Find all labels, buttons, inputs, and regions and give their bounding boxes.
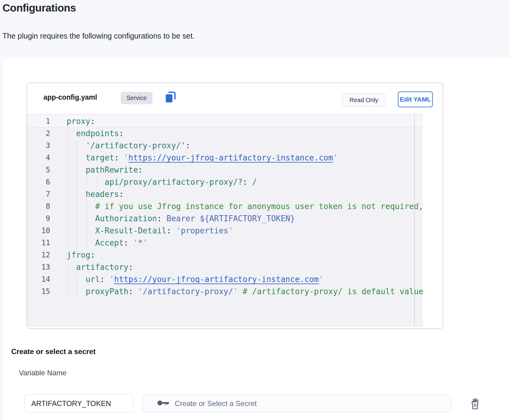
line-number: 13 [27, 261, 50, 273]
code-line: 8 # if you use Jfrog instance for anonym… [27, 200, 423, 212]
line-number: 8 [27, 200, 50, 212]
copy-icon[interactable] [164, 90, 177, 105]
indent-guide [77, 152, 77, 164]
code-token: ' [228, 226, 233, 235]
indent-guide [67, 200, 68, 212]
code-line-content: Accept: '*' [67, 237, 147, 249]
secret-section-heading: Create or select a secret [11, 347, 96, 356]
code-line-content: '/artifactory-proxy/': [67, 139, 190, 152]
code-line: 9 Authorization: Bearer ${ARTIFACTORY_TO… [27, 212, 423, 225]
code-token: Bearer ${ARTIFACTORY_TOKEN} [167, 214, 295, 223]
indent-guide [87, 200, 87, 212]
indent-guide [77, 200, 77, 212]
code-token: /artifactory-proxy/ [143, 287, 233, 296]
code-line-content: target: 'https://your-jfrog-artifactory-… [67, 152, 338, 164]
code-token: https://your-jfrog-artifactory-instance.… [114, 275, 319, 284]
code-token: proxyPath [86, 287, 129, 296]
editor-scrollbar[interactable] [414, 114, 415, 327]
code-line: 4 target: 'https://your-jfrog-artifactor… [27, 152, 423, 164]
page-subtitle: The plugin requires the following config… [2, 32, 195, 40]
code-token: : [157, 214, 166, 223]
code-token: pathRewrite [86, 165, 138, 174]
code-line-content: X-Result-Detail: 'properties' [67, 225, 233, 237]
trash-icon[interactable] [469, 396, 481, 411]
file-name: app-config.yaml [43, 93, 97, 102]
line-number: 14 [27, 273, 50, 285]
code-line-content: proxy: [67, 115, 95, 127]
code-line: 12jfrog: [27, 249, 423, 261]
code-token: api/proxy/artifactory-proxy/? [105, 177, 243, 187]
code-token: : [90, 117, 95, 126]
line-number: 6 [27, 176, 50, 188]
code-line-content: jfrog: [67, 249, 95, 261]
code-token: endpoints [76, 129, 119, 138]
line-number: 10 [27, 225, 50, 237]
code-line: 6 api/proxy/artifactory-proxy/?: / [27, 176, 423, 188]
code-line: 14 url: 'https://your-jfrog-artifactory-… [27, 273, 423, 285]
code-token: headers [86, 190, 119, 199]
variable-name-input[interactable] [24, 394, 134, 413]
code-line: 11 Accept: '*' [27, 237, 423, 249]
code-token: ' [333, 153, 338, 162]
line-number: 4 [27, 152, 50, 164]
code-line: 15 proxyPath: '/artifactory-proxy/' # /a… [27, 285, 423, 298]
code-token: * [138, 238, 143, 247]
code-token: Accept [95, 238, 124, 247]
code-token: / [252, 177, 257, 187]
code-token: ' [143, 238, 147, 247]
indent-guide [67, 164, 68, 176]
code-line-content: proxyPath: '/artifactory-proxy/' # /arti… [67, 285, 423, 298]
code-line-content: # if you use Jfrog instance for anonymou… [67, 200, 423, 212]
code-token: https://your-jfrog-artifactory-instance.… [129, 153, 333, 162]
code-line: 13 artifactory: [27, 261, 423, 273]
code-lines: 1proxy:2 endpoints:3 '/artifactory-proxy… [27, 115, 423, 298]
code-line: 7 headers: [27, 188, 423, 200]
configurations-page: Configurations The plugin requires the f… [0, 0, 510, 420]
indent-guide [67, 225, 68, 237]
code-token: ' [124, 153, 129, 162]
code-token: Authorization [95, 214, 157, 223]
indent-guide [77, 212, 77, 225]
indent-guide [67, 176, 68, 188]
line-number: 5 [27, 164, 50, 176]
copy-icon-glyph [164, 91, 177, 104]
indent-guide [77, 285, 77, 298]
indent-guide [77, 225, 77, 237]
service-badge: Service [121, 92, 153, 104]
indent-guide [77, 188, 77, 200]
code-line-content: pathRewrite: [67, 164, 143, 176]
indent-guide [77, 273, 77, 285]
code-line: 3 '/artifactory-proxy/': [27, 139, 423, 152]
code-token: : [90, 250, 95, 260]
indent-guide [87, 176, 87, 188]
code-token: X-Result-Detail [95, 226, 167, 235]
edit-yaml-button[interactable]: Edit YAML [398, 91, 433, 107]
indent-guide [87, 212, 87, 225]
code-line-content: artifactory: [67, 261, 133, 273]
code-token: : [100, 275, 109, 284]
line-number: 7 [27, 188, 50, 200]
variable-name-label: Variable Name [19, 369, 67, 377]
indent-guide [77, 237, 77, 249]
indent-guide [67, 285, 68, 298]
indent-guide [67, 261, 68, 273]
code-token: ' [233, 287, 238, 296]
indent-guide [87, 237, 87, 249]
indent-guide [67, 188, 68, 200]
indent-guide [96, 176, 96, 188]
indent-guide [67, 212, 68, 225]
code-token: : [185, 141, 190, 150]
read-only-button[interactable]: Read Only [342, 94, 385, 107]
code-line-content: api/proxy/artifactory-proxy/?: / [67, 176, 257, 188]
secret-select-input[interactable] [175, 399, 451, 408]
code-token: ' [138, 287, 143, 296]
code-token: # if you use Jfrog instance for anonymou… [95, 202, 423, 211]
code-token: : [167, 226, 176, 235]
code-line: 5 pathRewrite: [27, 164, 423, 176]
line-number: 3 [27, 139, 50, 152]
secret-select-field[interactable] [142, 394, 451, 413]
indent-guide [67, 127, 68, 139]
line-number: 11 [27, 237, 50, 249]
line-number: 9 [27, 212, 50, 225]
line-number: 15 [27, 285, 50, 298]
